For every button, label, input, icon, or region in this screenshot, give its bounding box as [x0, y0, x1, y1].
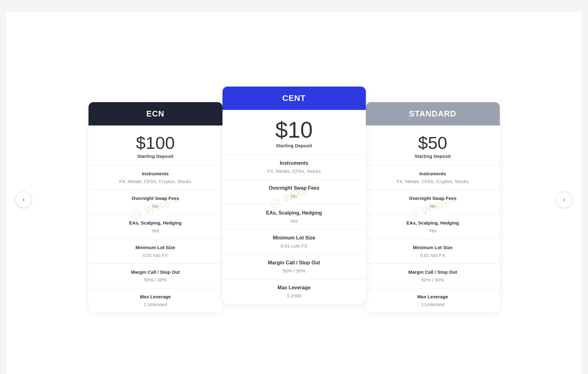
ecn-card-header: ECN [88, 102, 222, 125]
ecn-lot-value: 0.01 lots FX [95, 253, 216, 258]
ecn-margin-value: 50% / 30% [95, 277, 216, 282]
ecn-deposit-section: $100 Starting Deposit [88, 125, 222, 165]
ecn-leverage-label: Max Leverage [95, 294, 216, 299]
cent-deposit-section: $10 Starting Deposit [222, 110, 366, 155]
ecn-card-body: $100 Starting Deposit Instruments FX, Me… [88, 125, 222, 313]
ecn-deposit-amount: $100 [95, 134, 216, 152]
standard-eas-value: Yes [372, 228, 494, 233]
ecn-swap-value: No [95, 203, 216, 209]
cent-row-margin: Margin Call / Stop Out 50% / 30% [222, 254, 366, 279]
cent-row-swap: Overnight Swap Fees No [222, 180, 366, 205]
standard-card-header: STANDARD [366, 102, 500, 125]
cent-leverage-value: 1:2000 [229, 293, 360, 298]
standard-leverage-label: Max Leverage [372, 294, 494, 299]
standard-title: STANDARD [409, 109, 457, 118]
standard-margin-label: Margin Call / Stop Out [372, 269, 494, 275]
standard-row-margin: Margin Call / Stop Out 50% / 30% [366, 264, 500, 288]
cent-lot-value: 0.01 Lots FX [229, 243, 360, 249]
standard-row-leverage: Max Leverage 1:Unlimited [366, 288, 500, 313]
standard-row-instruments: Instruments FX, Metals, CFDs, Cryptos, S… [366, 165, 500, 190]
standard-row-swap: Overnight Swap Fees No [366, 190, 500, 215]
ecn-instruments-value: FX, Metals, CFDs, Cryptos, Stocks [95, 179, 216, 184]
cent-leverage-label: Max Leverage [229, 285, 360, 291]
cent-card: CENT $10 Starting Deposit Instruments FX… [222, 87, 366, 304]
standard-row-eas: EAs, Scalping, Hedging Yes [366, 215, 500, 239]
cent-instruments-label: Instruments [229, 160, 360, 166]
cent-row-lot: Minimum Lot Size 0.01 Lots FX [222, 230, 366, 254]
standard-lot-label: Minimum Lot Size [372, 245, 494, 250]
ecn-row-margin: Margin Call / Stop Out 50% / 30% [88, 264, 222, 288]
cent-eas-value: Yes [229, 218, 360, 224]
cent-deposit-label: Starting Deposit [229, 143, 360, 148]
standard-swap-label: Overnight Swap Fees [372, 196, 494, 201]
ecn-row-eas: EAs, Scalping, Hedging Yes [88, 215, 222, 239]
cent-card-body: $10 Starting Deposit Instruments FX, Met… [222, 110, 366, 304]
standard-deposit-amount: $50 [372, 134, 494, 152]
standard-instruments-label: Instruments [372, 171, 494, 176]
right-chevron-icon: › [563, 196, 566, 203]
standard-leverage-value: 1:Unlimited [372, 302, 494, 307]
cent-swap-value: No [229, 193, 360, 199]
standard-instruments-value: FX, Metals, CFDs, Cryptos, Stocks [372, 179, 494, 184]
cent-lot-label: Minimum Lot Size [229, 235, 360, 241]
cent-card-header: CENT [222, 87, 366, 110]
ecn-deposit-label: Starting Deposit [95, 154, 216, 159]
cent-row-leverage: Max Leverage 1:2000 [222, 279, 366, 304]
ecn-row-leverage: Max Leverage 1:Unlimited [88, 288, 222, 313]
cent-swap-label: Overnight Swap Fees [229, 185, 360, 191]
ecn-eas-label: EAs, Scalping, Hedging [95, 220, 216, 225]
cent-title: CENT [282, 93, 306, 103]
standard-card-body: $50 Starting Deposit Instruments FX, Met… [366, 125, 500, 313]
standard-deposit-label: Starting Deposit [372, 154, 494, 159]
standard-margin-value: 50% / 30% [372, 277, 494, 282]
standard-swap-value: No [372, 203, 494, 209]
cent-eas-label: EAs, Scalping, Hedging [229, 210, 360, 216]
ecn-row-lot: Minimum Lot Size 0.01 lots FX [88, 239, 222, 264]
next-arrow[interactable]: › [556, 192, 572, 208]
ecn-title: ECN [146, 109, 165, 118]
cent-row-instruments: Instruments FX, Metals, CFDs, Stocks [222, 155, 366, 180]
prev-arrow[interactable]: ‹ [16, 192, 32, 208]
standard-deposit-section: $50 Starting Deposit [366, 125, 500, 165]
ecn-lot-label: Minimum Lot Size [95, 245, 216, 250]
standard-eas-label: EAs, Scalping, Hedging [372, 220, 494, 225]
ecn-margin-label: Margin Call / Stop Out [95, 269, 216, 275]
ecn-card: ECN $100 Starting Deposit Instruments FX… [88, 102, 222, 313]
standard-row-lot: Minimum Lot Size 0.01 lots FX [366, 239, 500, 264]
ecn-swap-label: Overnight Swap Fees [95, 196, 216, 201]
ecn-leverage-value: 1:Unlimited [95, 302, 216, 307]
cent-row-eas: EAs, Scalping, Hedging Yes [222, 205, 366, 230]
standard-card: STANDARD $50 Starting Deposit Instrument… [366, 102, 500, 313]
ecn-row-instruments: Instruments FX, Metals, CFDs, Cryptos, S… [88, 165, 222, 190]
cent-margin-label: Margin Call / Stop Out [229, 260, 360, 266]
cards-container: ECN $100 Starting Deposit Instruments FX… [88, 87, 500, 313]
ecn-eas-value: Yes [95, 228, 216, 233]
standard-lot-value: 0.01 lots FX [372, 253, 494, 258]
ecn-instruments-label: Instruments [95, 171, 216, 176]
left-chevron-icon: ‹ [23, 196, 25, 203]
cent-deposit-amount: $10 [229, 119, 360, 141]
ecn-row-swap: Overnight Swap Fees No [88, 190, 222, 215]
page-wrapper: ‹ ECN $100 Starting Deposit Instruments … [6, 12, 582, 374]
cent-instruments-value: FX, Metals, CFDs, Stocks [229, 168, 360, 174]
cent-margin-value: 50% / 30% [229, 268, 360, 273]
